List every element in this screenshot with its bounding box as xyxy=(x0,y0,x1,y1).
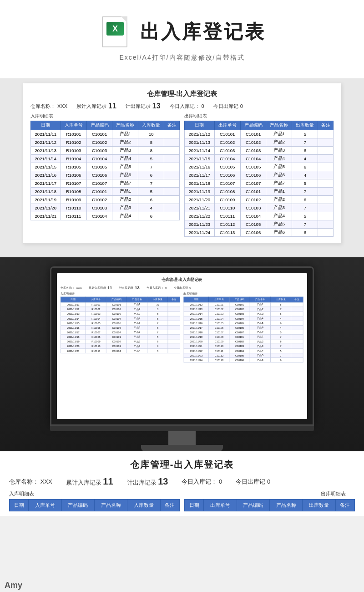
column-header: 产品名称 xyxy=(127,297,147,302)
table-cell: 2021/11/16 xyxy=(61,325,86,330)
table-cell: 2021/11/22 xyxy=(184,348,209,353)
table-cell: 8 xyxy=(147,311,168,316)
table-cell: 2021/11/24 xyxy=(184,357,209,362)
table-cell: C10101 xyxy=(229,335,250,339)
excel-letter: X xyxy=(106,22,124,36)
table-cell: 5 xyxy=(147,316,168,321)
table-cell: R10108 xyxy=(86,335,106,339)
table-cell: 产品3 xyxy=(127,311,147,316)
table-cell: 产品5 xyxy=(250,321,270,325)
table-cell xyxy=(318,220,334,229)
table-cell: C10111 xyxy=(209,348,229,353)
bottom-in-label: 入库明细表 xyxy=(9,490,34,497)
table-cell: 8 xyxy=(147,307,168,311)
table-cell: 7 xyxy=(292,188,318,196)
column-header: 产品编码 xyxy=(106,297,127,302)
table-cell: 2021/11/19 xyxy=(184,335,209,339)
table-row: 2021/11/19C10108C10101产品17 xyxy=(185,188,334,196)
table-cell: 2021/11/13 xyxy=(184,307,209,311)
table-cell: 2021/11/18 xyxy=(184,330,209,335)
column-header: 日期 xyxy=(184,297,209,302)
table-cell xyxy=(318,147,334,155)
table-cell: C10106 xyxy=(229,325,250,330)
table-cell xyxy=(168,335,180,339)
table-cell: C10104 xyxy=(86,155,112,163)
column-header: 产品编码 xyxy=(237,500,269,511)
monitor-section: 仓库管理-出入库登记表 仓库名称： XXX 累计入库记录 11 计出库记录 13 xyxy=(0,257,364,451)
table-cell: C10108 xyxy=(209,335,229,339)
column-header: 产品名称 xyxy=(266,121,292,130)
table-cell: 7 xyxy=(138,163,164,171)
table-cell: C10102 xyxy=(214,138,240,147)
table-cell: 产品5 xyxy=(266,220,292,229)
table-cell: C10106 xyxy=(214,171,240,179)
table-cell: 产品5 xyxy=(266,163,292,171)
table-cell: C10102 xyxy=(86,138,112,147)
table-cell: C10105 xyxy=(229,353,250,357)
table-cell: 2021/11/13 xyxy=(185,138,215,147)
table-cell: 产品1 xyxy=(127,335,147,339)
table-row: 2021/11/21C10110C10103产品37 xyxy=(185,204,334,212)
table-cell: 2021/11/16 xyxy=(31,171,61,179)
bottom-header-row: 日期入库单号产品编码产品名称入库数量备注 日期出库单号产品编码产品名称出库数量备… xyxy=(9,499,355,511)
in-count-label: 累计入库记录 xyxy=(76,103,106,110)
table-cell: R10105 xyxy=(86,321,106,325)
table-cell xyxy=(164,155,180,163)
table-row: 2021/11/17C10106C10106产品64 xyxy=(185,171,334,179)
table-cell: 6 xyxy=(270,339,291,344)
table-cell: R10106 xyxy=(86,325,106,330)
table-cell: 产品7 xyxy=(127,330,147,335)
table-cell xyxy=(164,163,180,171)
column-header: 产品名称 xyxy=(112,121,138,130)
column-header: 出库单号 xyxy=(214,121,240,130)
column-header: 出库数量 xyxy=(292,121,318,130)
hero-title: 出入库登记表 xyxy=(140,19,266,45)
today-in-label: 今日入库记： xyxy=(170,103,200,110)
table-cell: C10107 xyxy=(240,179,266,188)
table-cell: 6 xyxy=(270,311,291,316)
table-cell: R10107 xyxy=(86,330,106,335)
table-cell: 7 xyxy=(270,344,291,348)
today-out-label: 今日出库记 xyxy=(213,103,238,110)
table-row: 2021/11/21R10111C10104产品46 xyxy=(31,212,180,220)
table-cell: 2021/11/14 xyxy=(31,155,61,163)
out-count: 13 xyxy=(152,102,161,110)
table-cell xyxy=(318,155,334,163)
table-cell: 产品3 xyxy=(266,204,292,212)
table-row: 2021/11/15C10104C10104产品44 xyxy=(184,316,303,321)
table-cell: 7 xyxy=(147,330,168,335)
table-cell: C10112 xyxy=(214,220,240,229)
table-cell: 产品6 xyxy=(266,229,292,237)
table-cell xyxy=(164,196,180,204)
table-cell: 6 xyxy=(270,357,291,362)
table-cell: 产品4 xyxy=(127,316,147,321)
table-row: 2021/11/13C10102C10102产品27 xyxy=(184,307,303,311)
table-cell: 2021/11/14 xyxy=(61,316,86,321)
table-cell: C10101 xyxy=(214,130,240,138)
table-cell: 5 xyxy=(292,212,318,220)
table-cell xyxy=(168,321,180,325)
table-cell: 产品6 xyxy=(266,171,292,179)
column-header: 入库单号 xyxy=(61,121,86,130)
column-header: 备注 xyxy=(335,500,354,511)
table-cell: 产品3 xyxy=(266,147,292,155)
column-header: 日期 xyxy=(10,500,29,511)
table-cell: 5 xyxy=(292,130,318,138)
sheet-meta: 仓库名称： XXX 累计入库记录 11 计出库记录 13 今日入库记： 0 今日… xyxy=(30,102,334,110)
table-cell: C10102 xyxy=(106,307,127,311)
table-cell: C10110 xyxy=(209,344,229,348)
table-cell: 2021/11/11 xyxy=(61,302,86,307)
table-row: 2021/11/16R10106C10106产品66 xyxy=(31,171,180,179)
table-cell: 产品6 xyxy=(250,325,270,330)
bottom-section: 仓库管理-出入库登记表 仓库名称： XXX 累计入库记录 11 计出库记录 13… xyxy=(0,451,364,516)
mini-in-table: 日期入库单号产品编码产品名称入库数量备注 2021/11/11R10101C10… xyxy=(61,297,180,353)
table-row: 2021/11/22C10111C10104产品45 xyxy=(184,348,303,353)
table-cell: 7 xyxy=(292,204,318,212)
table-cell xyxy=(291,335,303,339)
column-header: 产品编码 xyxy=(240,121,266,130)
table-cell: C10107 xyxy=(214,179,240,188)
table-cell: C10101 xyxy=(86,188,112,196)
bottom-out-label: 出库明细表 xyxy=(321,490,346,497)
table-cell: 5 xyxy=(147,335,168,339)
table-cell: 6 xyxy=(292,196,318,204)
